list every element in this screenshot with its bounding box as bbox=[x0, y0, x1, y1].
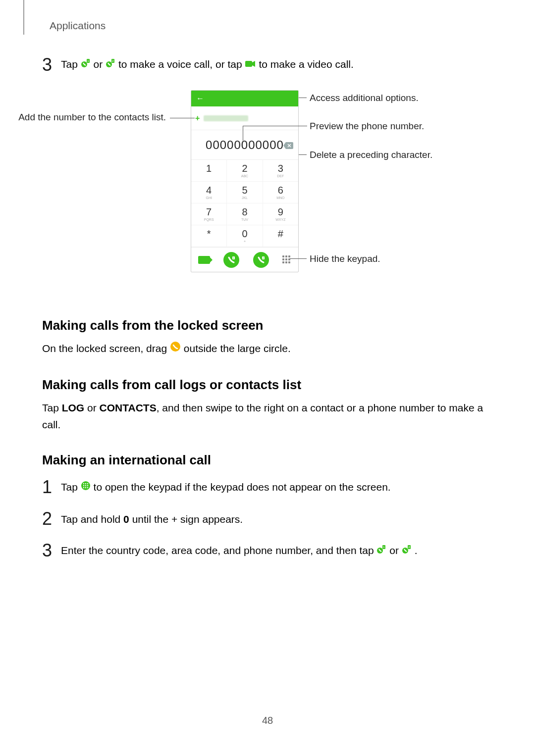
number-display: 00000000000 bbox=[191, 130, 298, 160]
keypad-fab-icon bbox=[81, 479, 91, 495]
callout-preview: Preview the phone number. bbox=[310, 121, 424, 132]
key-star[interactable]: * bbox=[191, 225, 227, 247]
svg-point-19 bbox=[83, 487, 84, 488]
text: or bbox=[84, 402, 99, 413]
plus-icon: + bbox=[195, 114, 200, 123]
svg-point-18 bbox=[87, 485, 88, 486]
step-text: Enter the country code, area code, and p… bbox=[61, 543, 418, 559]
key-3[interactable]: 3DEF bbox=[263, 160, 298, 182]
text: to open the keypad if the keypad does no… bbox=[94, 481, 391, 493]
phone-sim2-icon: 2 bbox=[402, 543, 412, 558]
heading-intl: Making an international call bbox=[42, 453, 493, 468]
hide-keypad-button[interactable] bbox=[282, 255, 291, 264]
step-number: 3 bbox=[42, 54, 61, 75]
page-number: 48 bbox=[262, 715, 273, 726]
heading-logs: Making calls from call logs or contacts … bbox=[42, 377, 493, 393]
key-2[interactable]: 2ABC bbox=[227, 160, 263, 182]
add-contacts-label bbox=[204, 115, 248, 121]
phone-drag-icon bbox=[170, 340, 181, 357]
page-header: Applications bbox=[50, 20, 106, 32]
para-logs: Tap LOG or CONTACTS, and then swipe to t… bbox=[42, 400, 493, 433]
text: until the + sign appears. bbox=[129, 513, 243, 525]
backspace-icon[interactable] bbox=[283, 138, 293, 152]
intl-step-2: 2 Tap and hold 0 until the + sign appear… bbox=[42, 508, 493, 529]
step-text: Tap and hold 0 until the + sign appears. bbox=[61, 511, 243, 527]
text: or bbox=[389, 545, 402, 556]
text: or bbox=[94, 58, 106, 70]
svg-point-20 bbox=[85, 487, 86, 488]
leader-line bbox=[290, 258, 307, 259]
call-sim1-button[interactable]: 1 bbox=[223, 252, 239, 268]
key-0[interactable]: 0+ bbox=[227, 225, 263, 247]
svg-point-14 bbox=[85, 483, 86, 484]
key-5[interactable]: 5JKL bbox=[227, 182, 263, 203]
callout-options: Access additional options. bbox=[310, 93, 419, 103]
text: . bbox=[415, 545, 418, 556]
video-call-button[interactable] bbox=[198, 256, 210, 264]
callout-delete: Delete a preceding character. bbox=[310, 150, 432, 160]
main-content: 3 Tap 1 or 2 to make a voice call, or ta… bbox=[42, 54, 493, 572]
intl-step-1: 1 Tap to open the keypad if the keypad d… bbox=[42, 477, 493, 498]
svg-text:2: 2 bbox=[263, 256, 264, 259]
zero-key-label: 0 bbox=[123, 513, 129, 525]
svg-text:1: 1 bbox=[233, 256, 234, 259]
text: to make a video call. bbox=[259, 58, 353, 70]
text: Tap bbox=[61, 58, 81, 70]
key-4[interactable]: 4GHI bbox=[191, 182, 227, 203]
key-hash[interactable]: # bbox=[263, 225, 298, 247]
key-6[interactable]: 6MNO bbox=[263, 182, 298, 203]
heading-locked: Making calls from the locked screen bbox=[42, 318, 493, 333]
text: Tap bbox=[42, 402, 62, 413]
leader-line bbox=[170, 118, 195, 118]
phone-sim2-icon: 2 bbox=[106, 56, 115, 72]
key-7[interactable]: 7PQRS bbox=[191, 203, 227, 225]
leader-line bbox=[243, 126, 243, 141]
callout-hide: Hide the keypad. bbox=[310, 253, 380, 264]
leader-line bbox=[243, 126, 307, 126]
leader-line bbox=[299, 154, 307, 155]
video-call-icon bbox=[245, 56, 256, 72]
call-sim2-button[interactable]: 2 bbox=[253, 252, 269, 268]
phone-mock: ← + 00000000000 1 2ABC 3DEF 4GHI 5JKL 6M… bbox=[191, 90, 299, 272]
svg-point-17 bbox=[85, 485, 86, 486]
text: Enter the country code, area code, and p… bbox=[61, 545, 376, 556]
text: Tap and hold bbox=[61, 513, 123, 525]
text: On the locked screen, drag bbox=[42, 343, 170, 354]
svg-point-16 bbox=[83, 485, 84, 486]
intl-step-3: 3 Enter the country code, area code, and… bbox=[42, 540, 493, 561]
step-number: 1 bbox=[42, 477, 61, 498]
display-number-text: 00000000000 bbox=[206, 138, 284, 152]
phone-sim1-icon: 1 bbox=[376, 543, 386, 558]
step-number: 2 bbox=[42, 508, 61, 529]
phone-sim1-icon: 1 bbox=[81, 56, 91, 72]
step-number: 3 bbox=[42, 540, 61, 561]
actions-row: 1 2 bbox=[191, 247, 298, 272]
text: to make a voice call, or tap bbox=[118, 58, 245, 70]
header-rule bbox=[23, 0, 24, 35]
para-locked: On the locked screen, drag outside the l… bbox=[42, 340, 493, 357]
dialer-figure: ← + 00000000000 1 2ABC 3DEF 4GHI 5JKL 6M… bbox=[42, 90, 493, 298]
step-3-text: Tap 1 or 2 to make a voice call, or tap … bbox=[61, 56, 354, 73]
svg-rect-6 bbox=[245, 61, 252, 67]
svg-point-11 bbox=[170, 342, 180, 352]
text: outside the large circle. bbox=[184, 343, 291, 354]
svg-point-21 bbox=[87, 487, 88, 488]
key-8[interactable]: 8TUV bbox=[227, 203, 263, 225]
callout-add-contacts: Add the number to the contacts list. bbox=[7, 112, 166, 123]
step-3: 3 Tap 1 or 2 to make a voice call, or ta… bbox=[42, 54, 493, 75]
key-9[interactable]: 9WXYZ bbox=[263, 203, 298, 225]
step-text: Tap to open the keypad if the keypad doe… bbox=[61, 479, 391, 496]
svg-point-15 bbox=[87, 483, 88, 484]
text: Tap bbox=[61, 481, 81, 493]
back-icon[interactable]: ← bbox=[196, 94, 204, 103]
add-to-contacts-row[interactable]: + bbox=[191, 106, 298, 130]
statusbar: ← bbox=[191, 91, 298, 106]
contacts-label: CONTACTS bbox=[100, 402, 157, 413]
leader-line bbox=[299, 98, 307, 98]
log-label: LOG bbox=[62, 402, 85, 413]
key-1[interactable]: 1 bbox=[191, 160, 227, 182]
svg-point-13 bbox=[83, 483, 84, 484]
